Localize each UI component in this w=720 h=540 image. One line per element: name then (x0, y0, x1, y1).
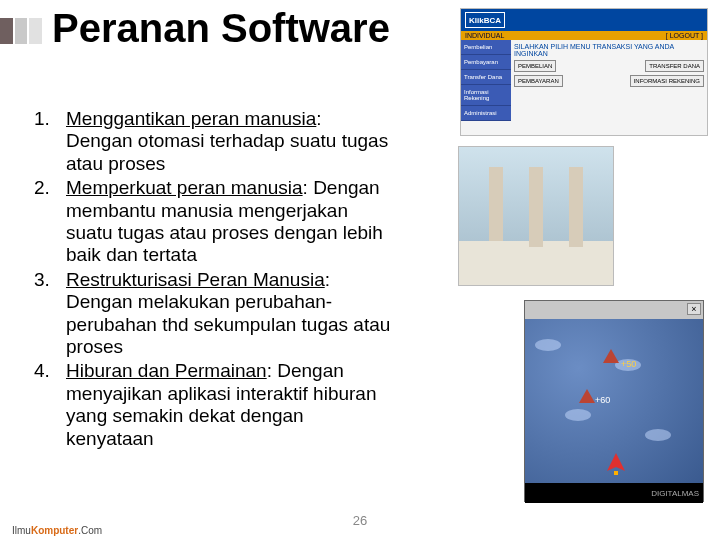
footer-logo: IlmuKomputer.Com (12, 525, 102, 536)
list-item: 2. Memperkuat peran manusia: Dengan memb… (34, 177, 392, 267)
game-brand: DIGITALMAS (525, 483, 703, 503)
player-ship-icon (607, 453, 625, 475)
score-popup: +60 (595, 395, 610, 405)
list-item: 3. Restrukturisasi Peran Manusia: Dengan… (34, 269, 392, 359)
banking-button: PEMBELIAN (514, 60, 556, 72)
slide-tab (0, 18, 44, 44)
item-number: 4. (34, 360, 66, 450)
item-text: Memperkuat peran manusia: Dengan membant… (66, 177, 392, 267)
banking-sidebar: Pembelian Pembayaran Transfer Dana Infor… (461, 40, 511, 121)
list-item: 1. Menggantikan peran manusia: Dengan ot… (34, 108, 392, 175)
game-titlebar: × (525, 301, 703, 319)
banking-button: TRANSFER DANA (645, 60, 704, 72)
slide-title: Peranan Software (52, 6, 390, 51)
svg-rect-3 (614, 471, 618, 475)
banking-bar: INDIVIDUAL [ LOGOUT ] (461, 31, 707, 40)
banking-main: SILAHKAN PILIH MENU TRANSAKSI YANG ANDA … (511, 40, 707, 121)
item-text: Restrukturisasi Peran Manusia: Dengan me… (66, 269, 392, 359)
enemy-icon (579, 389, 595, 403)
item-number: 1. (34, 108, 66, 175)
enemy-icon (603, 349, 619, 363)
banking-button: PEMBAYARAN (514, 75, 563, 87)
library-photo (458, 146, 614, 286)
item-number: 2. (34, 177, 66, 267)
game-area: +50 +60 (525, 319, 703, 483)
banking-header: KlikBCA (461, 9, 707, 31)
score-popup: +50 (621, 359, 636, 369)
list-item: 4. Hiburan dan Permainan: Dengan menyaji… (34, 360, 392, 450)
item-text: Menggantikan peran manusia: Dengan otoma… (66, 108, 392, 175)
banking-button: INFORMASI REKENING (630, 75, 704, 87)
svg-marker-1 (579, 389, 595, 403)
page-number: 26 (353, 513, 367, 528)
content-list: 1. Menggantikan peran manusia: Dengan ot… (34, 108, 392, 452)
game-screenshot: × 186 +50 +60 DIGITALMAS (524, 300, 704, 502)
banking-logo: KlikBCA (465, 12, 505, 28)
item-number: 3. (34, 269, 66, 359)
close-icon: × (687, 303, 701, 315)
banking-screenshot: KlikBCA INDIVIDUAL [ LOGOUT ] Pembelian … (460, 8, 708, 136)
item-text: Hiburan dan Permainan: Dengan menyajikan… (66, 360, 392, 450)
svg-marker-2 (607, 453, 625, 471)
svg-marker-0 (603, 349, 619, 363)
